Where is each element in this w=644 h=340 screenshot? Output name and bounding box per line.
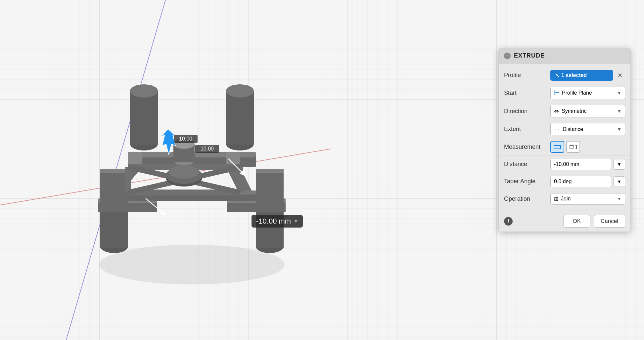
collapse-icon[interactable]: − — [504, 53, 511, 59]
panel-footer: i OK Cancel — [499, 211, 630, 232]
svg-rect-55 — [570, 146, 573, 148]
panel-body: Profile ↖ 1 selected ✕ Start ⊢ Profile P… — [499, 64, 630, 211]
svg-point-13 — [130, 84, 158, 98]
info-icon[interactable]: i — [504, 217, 513, 226]
direction-dropdown[interactable]: ⇔ Symmetric ▼ — [550, 105, 625, 117]
operation-control: ⊞ Join ▼ — [550, 193, 625, 205]
profile-plane-icon: ⊢ — [554, 89, 559, 97]
extent-dropdown-arrow-icon: ▼ — [617, 127, 621, 132]
distance-control: -10.00 mm ▼ — [550, 159, 625, 170]
extent-control: ↔ Distance ▼ — [550, 123, 625, 135]
direction-value: Symmetric — [562, 108, 587, 114]
taper-angle-control: 0.0 deg ▼ — [550, 176, 625, 187]
cancel-button[interactable]: Cancel — [594, 215, 625, 228]
extent-label: Extent — [504, 126, 550, 133]
start-value: Profile Plane — [562, 90, 592, 96]
footer-buttons: OK Cancel — [563, 215, 625, 228]
taper-angle-row: Taper Angle 0.0 deg ▼ — [499, 173, 630, 190]
join-icon: ⊞ — [554, 196, 558, 202]
svg-text:10.00: 10.00 — [179, 136, 192, 142]
profile-selected-text: 1 selected — [561, 72, 587, 78]
distance-row: Distance -10.00 mm ▼ — [499, 156, 630, 173]
svg-rect-32 — [256, 169, 284, 173]
start-dropdown-arrow-icon: ▼ — [617, 90, 621, 96]
profile-row: Profile ↖ 1 selected ✕ — [499, 67, 630, 84]
measurement-full-button[interactable] — [550, 141, 564, 153]
direction-dropdown-arrow-icon: ▼ — [617, 108, 621, 114]
svg-rect-29 — [100, 169, 128, 208]
measurement-row: Measurement — [499, 138, 630, 156]
svg-rect-52 — [554, 146, 561, 148]
extrude-panel: − EXTRUDE Profile ↖ 1 selected ✕ Start ⊢ — [498, 48, 631, 232]
svg-text:10.00: 10.00 — [201, 146, 214, 151]
distance-field[interactable]: -10.00 mm — [550, 159, 611, 170]
measurement-half-button[interactable] — [566, 141, 580, 153]
svg-point-41 — [169, 165, 199, 179]
start-dropdown[interactable]: ⊢ Profile Plane ▼ — [550, 87, 625, 99]
extent-dropdown[interactable]: ↔ Distance ▼ — [550, 123, 625, 135]
operation-value: Join — [561, 196, 571, 202]
svg-rect-15 — [226, 91, 254, 145]
taper-angle-dropdown-button[interactable]: ▼ — [613, 176, 625, 187]
symmetric-icon: ⇔ — [554, 107, 559, 115]
measurement-buttons — [550, 141, 580, 153]
extent-row: Extent ↔ Distance ▼ — [499, 120, 630, 138]
start-row: Start ⊢ Profile Plane ▼ — [499, 84, 630, 102]
dimension-label: -10.00 mm ▼ — [252, 215, 303, 228]
extent-value: Distance — [563, 126, 583, 132]
operation-row: Operation ⊞ Join ▼ — [499, 190, 630, 207]
taper-angle-field[interactable]: 0.0 deg — [550, 176, 611, 187]
direction-label: Direction — [504, 108, 550, 115]
panel-title: EXTRUDE — [514, 52, 545, 59]
svg-point-16 — [226, 84, 254, 98]
distance-label: Distance — [504, 161, 550, 168]
direction-control: ⇔ Symmetric ▼ — [550, 105, 625, 117]
dimension-value: -10.00 mm — [256, 217, 291, 226]
measurement-control — [550, 141, 625, 153]
profile-label: Profile — [504, 72, 550, 79]
profile-clear-button[interactable]: ✕ — [615, 70, 625, 80]
svg-point-4 — [99, 245, 285, 284]
ok-button[interactable]: OK — [563, 215, 591, 228]
dropdown-arrow-icon[interactable]: ▼ — [294, 219, 298, 224]
distance-dropdown-button[interactable]: ▼ — [613, 159, 625, 170]
svg-rect-56 — [573, 146, 576, 148]
distance-value: -10.00 mm — [554, 161, 579, 167]
svg-rect-31 — [256, 169, 284, 208]
operation-label: Operation — [504, 195, 550, 202]
taper-angle-value: 0.0 deg — [554, 179, 572, 185]
profile-selected-button[interactable]: ↖ 1 selected — [550, 70, 613, 81]
measurement-label: Measurement — [504, 144, 550, 150]
profile-control: ↖ 1 selected ✕ — [550, 70, 625, 81]
taper-angle-label: Taper Angle — [504, 178, 550, 185]
panel-header: − EXTRUDE — [499, 48, 630, 64]
cursor-icon: ↖ — [555, 72, 559, 78]
start-label: Start — [504, 90, 550, 97]
direction-row: Direction ⇔ Symmetric ▼ — [499, 102, 630, 120]
operation-dropdown[interactable]: ⊞ Join ▼ — [550, 193, 625, 205]
distance-icon: ↔ — [554, 126, 560, 133]
start-control: ⊢ Profile Plane ▼ — [550, 87, 625, 99]
svg-rect-12 — [130, 91, 158, 145]
operation-dropdown-arrow-icon: ▼ — [617, 196, 621, 201]
svg-rect-30 — [100, 169, 128, 173]
